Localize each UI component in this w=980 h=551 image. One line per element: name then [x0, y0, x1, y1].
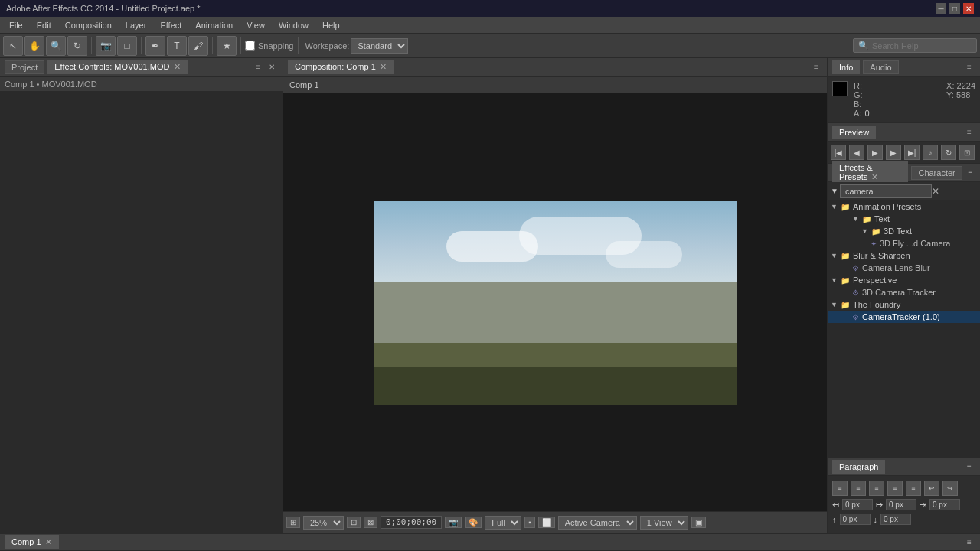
preview-next-frame[interactable]: ▶ [886, 145, 901, 160]
effects-panel-menu[interactable]: ≡ [965, 167, 975, 179]
space-after-input[interactable] [880, 514, 911, 525]
paragraph-panel-menu[interactable]: ≡ [963, 461, 975, 473]
3d-fly-camera-icon: ✦ [871, 240, 877, 248]
tab-info[interactable]: Info [832, 60, 860, 74]
tab-project[interactable]: Project [5, 60, 44, 74]
comp-camera-icon[interactable]: 📷 [445, 517, 462, 528]
camera-tracker-foundry-item[interactable]: ⚙ CameraTracker (1.0) [828, 311, 980, 323]
align-center-button[interactable]: ≡ [851, 481, 866, 496]
indent-left-input[interactable] [842, 499, 873, 510]
tool-hand[interactable]: ✋ [24, 36, 44, 56]
tool-zoom[interactable]: 🔍 [46, 36, 66, 56]
rtl-button[interactable]: ↩ [924, 481, 939, 496]
comp-view-select[interactable]: 1 View [640, 516, 688, 530]
space-before-input[interactable] [840, 514, 871, 525]
comp-camera-select[interactable]: Active Camera [558, 516, 637, 530]
preview-panel-menu[interactable]: ≡ [963, 126, 975, 139]
tool-text[interactable]: T [167, 36, 187, 56]
project-content [0, 92, 283, 533]
timeline-tab-close[interactable]: ✕ [45, 537, 52, 546]
tab-composition[interactable]: Composition: Comp 1 ✕ [288, 60, 394, 74]
tool-selection[interactable]: ↖ [3, 36, 23, 56]
tab-timeline[interactable]: Comp 1 ✕ [5, 535, 59, 549]
tab-effect-controls[interactable]: Effect Controls: MOV001.MOD ✕ [47, 60, 187, 74]
maximize-button[interactable]: □ [949, 3, 960, 14]
tab-effects-presets[interactable]: Effects & Presets ✕ [832, 161, 908, 184]
menu-help[interactable]: Help [316, 19, 346, 31]
comp-transparency[interactable]: ⬜ [538, 517, 555, 528]
text-header[interactable]: ▼ 📁 Text [828, 213, 980, 225]
blur-sharpen-header[interactable]: ▼ 📁 Blur & Sharpen [828, 249, 980, 262]
menu-window[interactable]: Window [273, 19, 315, 31]
3d-text-header[interactable]: ▼ 📁 3D Text [828, 225, 980, 237]
justify-button[interactable]: ≡ [887, 481, 903, 496]
preview-loop[interactable]: ↻ [941, 145, 956, 160]
foundry-header[interactable]: ▼ 📁 The Foundry [828, 298, 980, 311]
snapping-checkbox[interactable] [245, 41, 255, 51]
tab-character[interactable]: Character [911, 166, 962, 180]
comp-grid-button[interactable]: ⊞ [286, 517, 300, 528]
3d-fly-camera-item[interactable]: ✦ 3D Fly ...d Camera [828, 237, 980, 249]
comp-tab-close[interactable]: ✕ [380, 62, 387, 71]
space-after-icon: ↓ [874, 515, 878, 524]
perspective-header[interactable]: ▼ 📁 Perspective [828, 274, 980, 286]
menu-effect[interactable]: Effect [154, 19, 188, 31]
timeline-panel-menu[interactable]: ≡ [963, 536, 975, 549]
indent-right-input[interactable] [886, 499, 916, 510]
tool-pen[interactable]: ✒ [145, 36, 165, 56]
effect-controls-close[interactable]: ✕ [174, 62, 181, 71]
menu-edit[interactable]: Edit [31, 19, 57, 31]
preview-play[interactable]: ▶ [867, 145, 883, 160]
close-button[interactable]: ✕ [963, 3, 974, 14]
animation-presets-header[interactable]: ▼ 📁 Animation Presets [828, 201, 980, 213]
panel-menu-button[interactable]: ≡ [252, 61, 264, 73]
preview-audio[interactable]: ♪ [923, 145, 938, 160]
panel-close-button[interactable]: ✕ [266, 61, 278, 73]
main-area: Project Effect Controls: MOV001.MOD ✕ ≡ … [0, 58, 980, 533]
comp-pixel-button[interactable]: ⊠ [364, 517, 377, 528]
comp-fast-preview[interactable]: ▪ [524, 517, 535, 528]
comp-fit-button[interactable]: ⊡ [347, 517, 361, 528]
tool-brush[interactable]: 🖌 [188, 36, 208, 56]
effects-tab-close[interactable]: ✕ [871, 172, 878, 181]
text-arrow: ▼ [852, 215, 859, 223]
comp-zoom-select[interactable]: 25% [303, 516, 344, 530]
justify-all-button[interactable]: ≡ [906, 481, 921, 496]
minimize-button[interactable]: ─ [936, 3, 946, 14]
workspace-select[interactable]: Standard [351, 38, 408, 54]
preview-last-frame[interactable]: ▶| [904, 145, 920, 160]
comp-region-button[interactable]: ▣ [691, 517, 706, 528]
menu-animation[interactable]: Animation [189, 19, 239, 31]
tool-camera[interactable]: 📷 [96, 36, 116, 56]
ltr-button[interactable]: ↪ [942, 481, 958, 496]
menu-layer[interactable]: Layer [119, 19, 153, 31]
comp-viewport[interactable] [283, 93, 827, 511]
effects-search-clear[interactable]: ✕ [932, 186, 939, 197]
indent-first-input[interactable] [929, 499, 960, 510]
menu-file[interactable]: File [3, 19, 29, 31]
tool-puppet[interactable]: ★ [217, 36, 237, 56]
tab-paragraph[interactable]: Paragraph [832, 460, 885, 474]
camera-lens-blur-item[interactable]: ⚙ Camera Lens Blur [828, 262, 980, 274]
preview-prev-frame[interactable]: ◀ [849, 145, 864, 160]
comp-color-button[interactable]: 🎨 [465, 517, 482, 528]
comp-controls: ⊞ 25% ⊡ ⊠ 0;00;00;00 📷 🎨 Full ▪ ⬜ Active… [283, 511, 827, 533]
tab-preview[interactable]: Preview [832, 126, 876, 139]
align-right-button[interactable]: ≡ [869, 481, 884, 496]
comp-quality-select[interactable]: Full [485, 516, 521, 530]
tool-rotate[interactable]: ↻ [67, 36, 87, 56]
effects-search-input[interactable] [840, 184, 932, 198]
info-panel-menu[interactable]: ≡ [963, 61, 975, 73]
tool-rect[interactable]: □ [117, 36, 137, 56]
preview-first-frame[interactable]: |◀ [831, 145, 846, 160]
menu-view[interactable]: View [240, 19, 271, 31]
3d-camera-tracker-item[interactable]: ⚙ 3D Camera Tracker [828, 286, 980, 298]
color-a-value: 0 [864, 109, 869, 118]
comp-panel-menu[interactable]: ≡ [810, 61, 822, 73]
preview-expand[interactable]: ⊡ [959, 145, 975, 160]
align-left-button[interactable]: ≡ [832, 481, 848, 496]
window-controls: ─ □ ✕ [936, 3, 974, 14]
search-help-input[interactable] [872, 41, 972, 51]
menu-composition[interactable]: Composition [59, 19, 118, 31]
tab-audio[interactable]: Audio [863, 60, 898, 74]
